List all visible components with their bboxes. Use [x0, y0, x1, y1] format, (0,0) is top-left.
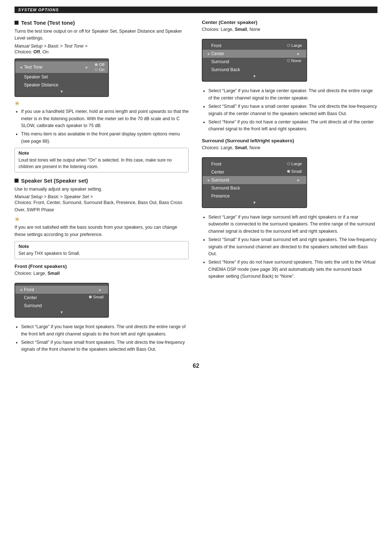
surround-choices-rest: , None [247, 145, 260, 150]
note-text-1: Loud test tones will be output when "On"… [19, 157, 185, 170]
test-tone-italic1: Manual Setup > Basic > Test Tone > [15, 44, 189, 49]
page: SYSTEM OPTIONS Test Tone (Test tone) Tur… [0, 0, 392, 554]
test-tone-menu: ◄ Test Tone ► Off On [15, 58, 109, 97]
menu-row-center-surround-back: ◄ Surround Back [203, 66, 306, 74]
front-title: Front (Front speakers) [15, 264, 67, 269]
note-text-2: Set any THX speakers to Small. [19, 250, 185, 257]
arrow-left-front-icon: ◄ [19, 288, 23, 292]
test-tone-body1: Turns the test tone output on or off for… [15, 28, 189, 42]
menu-label-center: Center [24, 295, 105, 300]
surround-choices: Choices: Large, Small, None [202, 144, 377, 151]
menu-label-surround: Surround [24, 303, 105, 308]
speaker-set-title: Speaker Set (Speaker set) [21, 178, 88, 184]
center-menu-container: Large Small None ◄ Front [202, 36, 377, 85]
speaker-set-tip: If you are not satisfied with the bass s… [15, 224, 189, 238]
menu-row-surround-presence: ◄ Presence [203, 192, 306, 200]
menu-row-test-tone: ◄ Test Tone ► Off On [15, 61, 108, 73]
menu-row-surround-back: ◄ Surround Back [203, 184, 306, 192]
surround-menu-down-arrow: ▼ [203, 200, 306, 205]
surround-menu-front-label: Front [211, 162, 303, 167]
center-menu-surround-label: Surround [211, 59, 303, 64]
front-bullet-2: Select “Small” if you have small front s… [21, 339, 189, 353]
section-bullet-icon [15, 21, 19, 25]
choices-label: Choices: [15, 49, 33, 54]
surround-bullet-3: Select “None” if you do not have surroun… [208, 259, 377, 280]
center-bullet-2: Select “Small” if you have a small cente… [208, 103, 377, 117]
page-number: 62 [15, 363, 377, 373]
center-menu-surround-back-label: Surround Back [211, 67, 303, 72]
test-tone-options: Off On [95, 62, 105, 72]
arrow-left-icon: ◄ [19, 83, 23, 87]
test-tone-title: Test Tone (Test tone) [21, 20, 75, 26]
speaker-set-choices: Choices: Front, Center, Surround, Surrou… [15, 199, 189, 213]
menu-row-surround-center: ◄ Center [203, 168, 306, 176]
arrow-right-front-icon: ► [98, 288, 102, 292]
menu-row-center-front: ◄ Front [203, 42, 306, 50]
note-title-1: Note [19, 150, 185, 156]
front-bullets: Select “Large” if you have large front s… [15, 323, 189, 353]
arrow-left-surround-icon: ◄ [206, 178, 210, 182]
surround-bullet-1: Select “Large” if you have large surroun… [208, 214, 377, 235]
tip-icon-2: ✳ [15, 216, 189, 223]
speaker-set-section-title: Speaker Set (Speaker set) [15, 178, 189, 184]
menu-row-front: ◄ Front ► [15, 286, 108, 294]
system-options-label: SYSTEM OPTIONS [18, 8, 59, 12]
right-column: Center (Center speaker) Choices: Large, … [202, 20, 377, 355]
surround-menu-surround-label: Surround [211, 178, 295, 183]
test-tone-note-box: Note Loud test tones will be output when… [15, 148, 189, 172]
choices-rest: , On [40, 49, 49, 54]
center-section-title: Center (Center speaker) [202, 20, 377, 25]
center-bullet-1: Select “Large” if you have a large cente… [208, 87, 377, 102]
center-choices: Choices: Large, Small, None [202, 26, 377, 33]
tip-list-1: If you use a handheld SPL meter, hold at… [15, 108, 189, 145]
speaker-set-note-box: Note Set any THX speakers to Small. [15, 241, 189, 259]
arrow-left-icon: ◄ [206, 194, 210, 198]
arrow-left-center-icon: ◄ [206, 52, 210, 56]
arrow-left-icon: ◄ [206, 68, 210, 72]
menu-row-surround-surround: ◄ Surround ► [203, 176, 306, 184]
tip-item-1: If you use a handheld SPL meter, hold at… [21, 108, 189, 129]
arrow-right-center-icon: ► [297, 52, 301, 56]
tip-item-2: This menu item is also available in the … [21, 131, 189, 145]
surround-menu-surround-back-label: Surround Back [211, 186, 303, 191]
arrow-right-surround-icon: ► [297, 178, 301, 182]
front-choices: Choices: Large, Small [15, 270, 189, 277]
menu-row-surround: ◄ Surround [15, 302, 108, 310]
front-choices-pre: Choices: Large, [15, 271, 48, 276]
menu-label-speaker-set: Speaker Set [24, 74, 105, 80]
surround-bullets: Select “Large” if you have large surroun… [202, 214, 377, 280]
menu-row-speaker-set: ◄ Speaker Set [15, 73, 108, 81]
center-choices-pre: Choices: Large, [202, 27, 235, 32]
surround-section-title: Surround (Surround left/right speakers) [202, 138, 377, 143]
center-menu-center-label: Center [211, 51, 295, 56]
center-choices-rest: , None [247, 27, 260, 32]
front-bullet-1: Select “Large” if you have large front s… [21, 323, 189, 338]
front-choices-bold: Small [48, 271, 60, 276]
option-off: Off [95, 62, 105, 67]
arrow-left-icon: ◄ [206, 60, 210, 64]
center-menu-front-label: Front [211, 43, 303, 48]
note-title-2: Note [19, 244, 185, 249]
section-bullet-icon-2 [15, 179, 19, 183]
menu-row-center: ◄ Center [15, 294, 108, 302]
choices-bold: Off [33, 49, 40, 54]
menu-row-center-center: ◄ Center ► [203, 50, 306, 58]
menu-label-front: Front [24, 287, 97, 292]
test-tone-section-title: Test Tone (Test tone) [15, 20, 189, 26]
menu-row-surround-front: ◄ Front [203, 160, 306, 168]
speaker-set-italic1: Manual Setup > Basic > Speaker Set > [15, 194, 189, 199]
center-bullet-3: Select “None” if you do not have a cente… [208, 119, 377, 133]
menu-label-speaker-distance: Speaker Distance [24, 82, 105, 87]
front-menu-container: Large Small ◄ Front ► ◄ Cent [15, 280, 189, 321]
test-tone-choices: Choices: Off, On [15, 49, 189, 56]
arrow-left-icon: ◄ [206, 44, 210, 48]
surround-title: Surround (Surround left/right speakers) [202, 138, 294, 143]
surround-menu: Large Small None ◄ Front [202, 157, 307, 208]
arrow-left-icon: ◄ [19, 75, 23, 79]
menu-label-test-tone: Test Tone [24, 65, 84, 70]
option-on-label: On [99, 68, 105, 72]
center-title: Center (Center speaker) [202, 20, 257, 25]
arrow-left-center-icon: ◄ [19, 296, 23, 300]
arrow-left-icon: ◄ [206, 162, 210, 166]
center-menu-down-arrow: ▼ [203, 74, 306, 79]
